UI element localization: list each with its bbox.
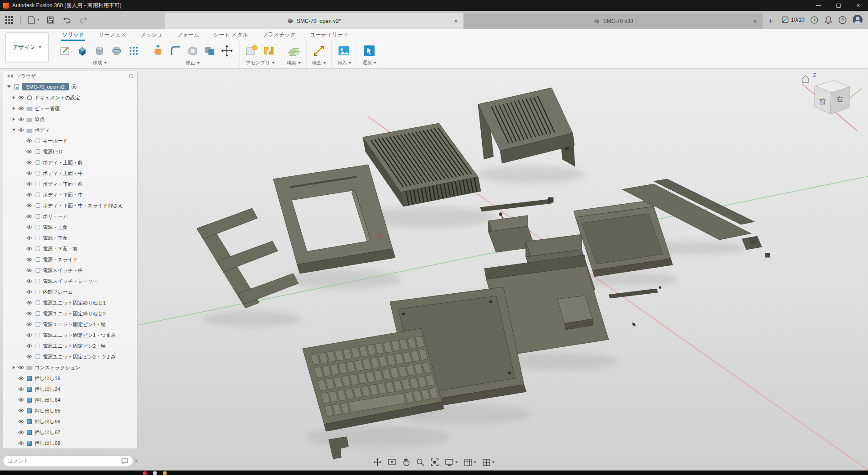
measure-icon[interactable] [312,44,326,58]
sphere-icon[interactable] [110,44,123,58]
pattern-icon[interactable] [127,44,140,58]
tree-row[interactable]: 電源ユニット固定ピン1・軸 [3,319,137,330]
close-window-button[interactable]: × [848,0,868,11]
visibility-eye-icon[interactable] [26,300,32,305]
model-viewport[interactable]: ブラウザ SMC-70_open v2 ドキュメントの設定 ビュー管理 [0,69,868,471]
tree-row[interactable]: 押し出し16 [3,373,137,384]
tree-row[interactable]: コンストラクション [3,362,137,373]
tree-row[interactable]: 電源・下面 [3,233,137,243]
model-part-internal-frame[interactable] [197,208,298,308]
expand-arrow-icon[interactable] [12,96,16,99]
tool-group-label[interactable]: アセンブリ [245,59,276,66]
visibility-eye-icon[interactable] [26,344,32,348]
viewport-settings-icon[interactable] [482,458,495,466]
tree-row[interactable]: ボリューム [3,211,137,222]
press-pull-icon[interactable] [152,44,165,58]
tool-group-label[interactable]: 挿入 [337,59,351,66]
visibility-eye-icon[interactable] [26,193,32,197]
tool-group-label[interactable]: 検査 [312,59,326,66]
ribbon-tab[interactable]: ユーティリティ [309,31,350,41]
visibility-eye-icon[interactable] [26,160,32,165]
tree-row[interactable]: ボディ・上面・中 [3,168,137,179]
visibility-eye-icon[interactable] [26,322,32,327]
visibility-eye-icon[interactable] [18,117,24,121]
tool-group-label[interactable]: 修正 [152,59,234,66]
model-part-top-cover-front[interactable] [363,123,481,206]
revolve-icon[interactable] [93,44,106,58]
tree-row[interactable]: 押し出し68 [3,438,137,448]
visibility-eye-icon[interactable] [26,171,32,175]
browser-root-row[interactable]: SMC-70_open v2 [3,81,137,92]
tree-row[interactable]: 電源ユニット固定ピン2・つまみ [3,351,137,362]
save-icon[interactable] [47,16,54,24]
look-at-icon[interactable] [388,458,396,466]
visibility-eye-icon[interactable] [26,149,32,154]
expand-arrow-icon[interactable] [7,85,11,89]
tree-row[interactable]: ビュー管理 [3,103,137,114]
document-tab-active[interactable]: SMC-70_open v2* × [165,13,463,29]
visibility-eye-icon[interactable] [18,398,24,402]
visibility-eye-icon[interactable] [18,95,24,100]
extrude-icon[interactable] [76,44,89,58]
tree-row[interactable]: 押し出し67 [3,427,137,438]
visibility-eye-icon[interactable] [18,408,24,413]
view-cube[interactable]: Z 前 右 [799,71,862,134]
job-status[interactable]: 10/10 [778,11,808,29]
maximize-button[interactable] [828,0,848,11]
close-tab-icon[interactable]: × [754,18,757,25]
minimize-button[interactable] [809,0,828,11]
user-avatar[interactable] [853,15,863,25]
model-part-front-bezel[interactable] [273,165,395,273]
expand-arrow-icon[interactable] [12,366,16,369]
visibility-eye-icon[interactable] [26,333,32,337]
tool-group-label[interactable]: 選択 [362,59,376,66]
notifications-bell-icon[interactable] [824,16,832,24]
tree-row[interactable]: 原点 [3,114,137,125]
visibility-eye-icon[interactable] [26,290,32,294]
pan-hand-icon[interactable] [402,458,410,466]
activate-component-radio[interactable] [72,84,77,89]
help-icon[interactable]: ? [838,16,847,24]
visibility-eye-icon[interactable] [18,365,24,370]
construction-plane-icon[interactable] [287,44,300,58]
data-panel-grid-icon[interactable] [5,16,13,24]
tree-row[interactable]: ボディ・上面・前 [3,157,137,168]
visibility-eye-icon[interactable] [26,225,32,229]
zoom-icon[interactable] [416,458,425,466]
expand-arrow-icon[interactable] [12,128,16,132]
tree-row[interactable]: 電源LED [3,146,137,157]
tree-row[interactable]: 押し出し66 [3,416,137,427]
model-part-right-tray[interactable] [574,200,673,277]
ribbon-tab[interactable]: プラスチック [262,31,297,41]
panel-handle-icon[interactable] [129,74,133,78]
ribbon-tab[interactable]: サーフェス [98,31,127,41]
visibility-eye-icon[interactable] [26,354,32,359]
visibility-eye-icon[interactable] [26,182,32,186]
tree-row[interactable]: 電源・上面 [3,222,137,233]
expand-arrow-icon[interactable] [12,107,16,110]
ribbon-tab[interactable]: シート メタル [212,31,249,41]
tree-row[interactable]: ドキュメントの設定 [3,92,137,103]
tree-row[interactable]: 電源ユニット固定締りねじ1 [3,297,137,308]
tree-row[interactable]: ボディ [3,125,137,135]
tree-row[interactable]: 内部フレーム [3,287,137,297]
grid-settings-icon[interactable] [464,458,476,466]
select-icon[interactable] [362,44,376,58]
visibility-eye-icon[interactable] [26,279,32,283]
shell-icon[interactable] [186,44,199,58]
document-tab-inactive[interactable]: SMC-70 v33 × [464,13,763,29]
visibility-eye-icon[interactable] [18,128,24,132]
expand-comment-icon[interactable] [135,455,138,467]
file-menu-icon[interactable] [28,16,40,24]
os-taskbar[interactable] [0,471,868,475]
visibility-eye-icon[interactable] [18,419,24,424]
visibility-eye-icon[interactable] [26,236,32,240]
visibility-eye-icon[interactable] [26,246,32,251]
new-component-icon[interactable] [245,44,258,58]
visibility-eye-icon[interactable] [18,430,24,435]
pan-icon[interactable] [373,458,382,466]
root-component-label[interactable]: SMC-70_open v2 [22,83,69,90]
tree-row[interactable]: 電源ユニット固定ピン2・軸 [3,341,137,351]
combine-icon[interactable] [203,44,217,58]
taskbar-app-icon[interactable] [153,471,157,475]
